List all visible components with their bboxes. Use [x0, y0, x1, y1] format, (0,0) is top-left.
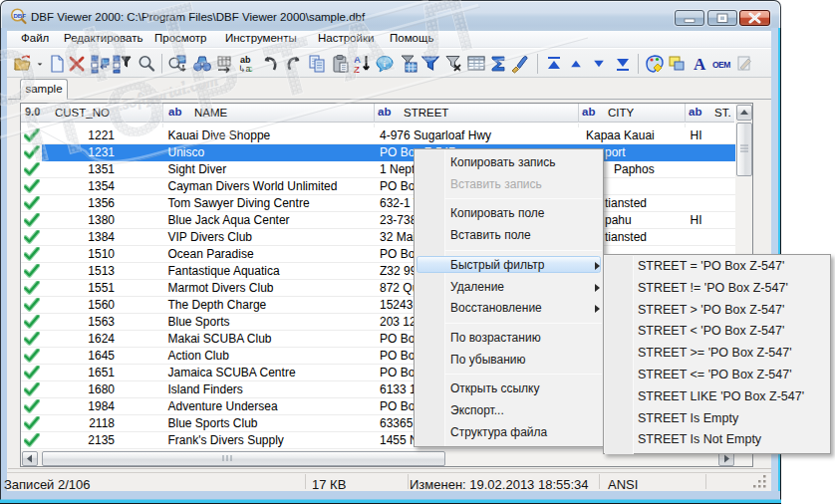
svg-text:Z: Z — [354, 64, 360, 74]
svg-text:A: A — [694, 55, 706, 74]
svg-text:DBF: DBF — [13, 12, 26, 19]
svg-text:OEM: OEM — [712, 60, 730, 70]
svg-text:c: c — [248, 64, 253, 74]
